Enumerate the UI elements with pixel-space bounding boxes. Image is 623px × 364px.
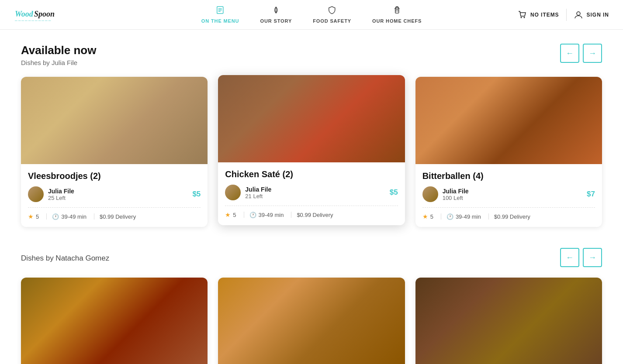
card-delivery-chicken-sate: $0.99 Delivery xyxy=(297,212,333,218)
chefs-icon xyxy=(393,6,401,17)
nav-center: ON THE MENU OUR STORY FOOD SAFETY xyxy=(201,6,422,24)
card-divider-bitterballen xyxy=(422,207,595,208)
svg-point-12 xyxy=(523,17,525,18)
nav-item-on-the-menu[interactable]: ON THE MENU xyxy=(201,6,239,24)
card-image-kibbeth xyxy=(415,278,602,364)
card-rating-chicken-sate: ★ 5 xyxy=(225,211,249,218)
section1-title: Available now xyxy=(21,44,96,57)
star-icon: ★ xyxy=(28,213,34,220)
navbar: Wood Spoon ─────────── ON THE MENU xyxy=(0,0,623,30)
cart-label: NO ITEMS xyxy=(530,12,559,18)
delivery-value-vleesbroodjes: $0.99 Delivery xyxy=(100,213,136,220)
nav-item-food-safety[interactable]: FOOD SAFETY xyxy=(313,6,351,24)
card-time-chicken-sate: 🕐 39-49 min xyxy=(249,212,297,218)
chef-details-bitterballen: Julia File 100 Left xyxy=(443,188,469,201)
card-kibbeth[interactable]: Kibbeth Natacha Gomez 12 Left $24.55 xyxy=(415,278,602,364)
card-chef-row-chicken-sate: Julia File 21 Left $5 xyxy=(225,185,398,200)
time-value-chicken-sate: 39-49 min xyxy=(259,212,284,218)
card-body-chicken-sate: Chicken Saté (2) Julia File 21 Left $5 xyxy=(218,162,405,225)
card-bitterballen[interactable]: Bitterballen (4) Julia File 100 Left $7 xyxy=(415,77,602,227)
julia-cards-row: Vleesbroodjes (2) Julia File 25 Left $5 xyxy=(21,77,602,227)
section1-next-button[interactable]: → xyxy=(583,44,602,63)
card-meta-chicken-sate: ★ 5 🕐 39-49 min $0.99 Delivery xyxy=(225,211,398,218)
svg-text:Wood: Wood xyxy=(15,10,34,18)
main-content: Available now Dishes by Julia File ← → V… xyxy=(0,30,623,364)
section1-subtitle: Dishes by Julia File xyxy=(21,59,96,66)
logo[interactable]: Wood Spoon ─────────── xyxy=(14,4,62,25)
svg-point-11 xyxy=(520,17,522,18)
nav-label-food-safety: FOOD SAFETY xyxy=(313,18,351,24)
card-meta-vleesbroodjes: ★ 5 🕐 39-49 min $0.99 Delivery xyxy=(28,213,201,220)
star-icon: ★ xyxy=(422,213,428,220)
card-time-vleesbroodjes: 🕐 39-49 min xyxy=(52,213,100,220)
section1-header: Available now Dishes by Julia File ← → xyxy=(21,44,602,66)
nav-divider xyxy=(566,9,567,21)
section2-header: Dishes by Natacha Gomez ← → xyxy=(21,248,602,267)
nav-right: NO ITEMS SIGN IN xyxy=(517,9,609,21)
section2-prev-button[interactable]: ← xyxy=(560,248,579,267)
card-chicken-sate[interactable]: Chicken Saté (2) Julia File 21 Left $5 xyxy=(218,75,405,225)
chef-avatar-bitterballen xyxy=(422,186,438,202)
chef-name-bitterballen: Julia File xyxy=(443,188,469,195)
time-value-bitterballen: 39-49 min xyxy=(456,213,481,220)
svg-text:───────────: ─────────── xyxy=(14,19,52,23)
card-price-vleesbroodjes: $5 xyxy=(192,190,201,199)
card-caribbean-fried-pork[interactable]: Caribbean Fried Pork Natacha Gomez 12 Le… xyxy=(21,278,208,364)
chef-avatar-vleesbroodjes xyxy=(28,186,44,202)
card-time-bitterballen: 🕐 39-49 min xyxy=(446,213,494,220)
card-rating-vleesbroodjes: ★ 5 xyxy=(28,213,52,220)
chef-info-vleesbroodjes: Julia File 25 Left xyxy=(28,186,74,202)
rating-value-vleesbroodjes: 5 xyxy=(36,213,39,220)
signin-button[interactable]: SIGN IN xyxy=(574,10,609,20)
card-price-bitterballen: $7 xyxy=(587,190,595,199)
signin-label: SIGN IN xyxy=(587,12,609,18)
card-image-bitterballen xyxy=(415,77,602,164)
card-delivery-bitterballen: $0.99 Delivery xyxy=(494,213,530,220)
nav-label-on-the-menu: ON THE MENU xyxy=(201,18,239,24)
nav-item-our-home-chefs[interactable]: OUR HOME CHEFS xyxy=(372,6,422,24)
clock-icon: 🕐 xyxy=(52,213,59,220)
section2-arrows: ← → xyxy=(560,248,602,267)
card-vleesbroodjes[interactable]: Vleesbroodjes (2) Julia File 25 Left $5 xyxy=(21,77,208,227)
section1-arrows: ← → xyxy=(560,44,602,63)
card-image-vleesbroodjes xyxy=(21,77,208,164)
rating-value-chicken-sate: 5 xyxy=(233,212,236,218)
cart-button[interactable]: NO ITEMS xyxy=(517,10,559,20)
nav-label-our-home-chefs: OUR HOME CHEFS xyxy=(372,18,422,24)
section2-next-button[interactable]: → xyxy=(583,248,602,267)
card-name-bitterballen: Bitterballen (4) xyxy=(422,171,595,181)
card-image-arroz-con-pollo xyxy=(218,278,405,364)
card-image-caribbean-fried-pork xyxy=(21,278,208,364)
card-chef-row-vleesbroodjes: Julia File 25 Left $5 xyxy=(28,186,201,202)
natacha-cards-row: Caribbean Fried Pork Natacha Gomez 12 Le… xyxy=(21,278,602,364)
rating-value-bitterballen: 5 xyxy=(430,213,433,220)
chef-name-vleesbroodjes: Julia File xyxy=(48,188,74,195)
card-divider-vleesbroodjes xyxy=(28,207,201,208)
card-name-chicken-sate: Chicken Saté (2) xyxy=(225,169,398,179)
card-arroz-con-pollo[interactable]: Arroz Con Pollo Natacha Gomez 8 Left $20… xyxy=(218,278,405,364)
section2-subtitle: Dishes by Natacha Gomez xyxy=(21,254,109,263)
star-icon: ★ xyxy=(225,211,231,218)
card-divider-chicken-sate xyxy=(225,206,398,206)
delivery-value-bitterballen: $0.99 Delivery xyxy=(494,213,530,220)
nav-label-our-story: OUR STORY xyxy=(260,18,292,24)
menu-icon xyxy=(216,6,225,17)
card-chef-row-bitterballen: Julia File 100 Left $7 xyxy=(422,186,595,202)
section1-text: Available now Dishes by Julia File xyxy=(21,44,96,66)
svg-point-13 xyxy=(577,12,580,15)
svg-text:Spoon: Spoon xyxy=(34,10,55,18)
nav-item-our-story[interactable]: OUR STORY xyxy=(260,6,292,24)
time-value-vleesbroodjes: 39-49 min xyxy=(61,213,87,220)
safety-icon xyxy=(328,6,336,17)
user-icon xyxy=(574,10,583,20)
card-body-vleesbroodjes: Vleesbroodjes (2) Julia File 25 Left $5 xyxy=(21,164,208,227)
chef-left-chicken-sate: 21 Left xyxy=(245,193,271,199)
chef-name-chicken-sate: Julia File xyxy=(245,186,271,193)
chef-details-chicken-sate: Julia File 21 Left xyxy=(245,186,271,199)
section1-prev-button[interactable]: ← xyxy=(560,44,579,63)
chef-info-bitterballen: Julia File 100 Left xyxy=(422,186,469,202)
clock-icon: 🕐 xyxy=(249,212,256,218)
chef-details-vleesbroodjes: Julia File 25 Left xyxy=(48,188,74,201)
chef-avatar-chicken-sate xyxy=(225,185,241,200)
card-price-chicken-sate: $5 xyxy=(390,188,398,197)
